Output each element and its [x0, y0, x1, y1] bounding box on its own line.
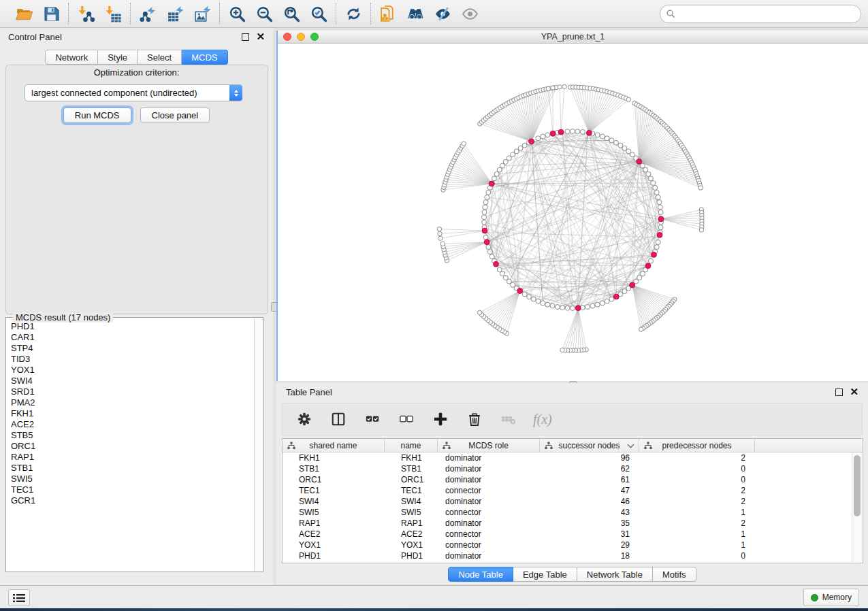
graph-node[interactable]	[605, 299, 609, 303]
graph-node[interactable]	[618, 143, 623, 148]
mcds-result-item[interactable]: ORC1	[11, 441, 255, 452]
graph-node[interactable]	[536, 299, 541, 303]
graph-mcds-node[interactable]	[494, 261, 499, 267]
graph-leaf-node[interactable]	[558, 85, 562, 89]
graph-node[interactable]	[658, 205, 662, 210]
graph-node[interactable]	[483, 205, 487, 210]
tab-network[interactable]: Network	[45, 50, 98, 65]
mcds-result-item[interactable]: SRD1	[11, 386, 255, 397]
graph-node[interactable]	[580, 129, 585, 134]
graph-node[interactable]	[560, 306, 565, 310]
table-row[interactable]: TEC1TEC1connector472	[283, 485, 863, 496]
graph-mcds-node[interactable]	[630, 282, 635, 288]
search-input[interactable]	[679, 8, 854, 20]
graph-node[interactable]	[497, 167, 502, 172]
tab-motifs[interactable]: Motifs	[653, 567, 696, 582]
show-all-button[interactable]	[460, 4, 479, 23]
graph-node[interactable]	[522, 143, 527, 148]
graph-node[interactable]	[622, 289, 627, 294]
mcds-result-list[interactable]: PHD1CAR1STP4TID3YOX1SWI4SRD1PMA2FKH1ACE2…	[7, 320, 255, 571]
graph-node[interactable]	[565, 129, 570, 134]
window-maximize-icon[interactable]	[310, 33, 319, 41]
table-row[interactable]: STB1STB1dominator620	[283, 463, 863, 474]
network-canvas[interactable]	[278, 44, 867, 381]
graph-leaf-node[interactable]	[462, 142, 466, 146]
graph-node[interactable]	[565, 306, 570, 310]
close-panel-icon[interactable]: ✕	[256, 33, 265, 40]
graph-node[interactable]	[545, 133, 550, 137]
import-table-button[interactable]	[103, 4, 123, 23]
graph-node[interactable]	[654, 190, 659, 195]
column-header-MCDS-role[interactable]: MCDS role	[438, 439, 540, 452]
graph-node[interactable]	[522, 292, 527, 297]
graph-mcds-node[interactable]	[517, 288, 523, 294]
graph-mcds-node[interactable]	[613, 294, 619, 299]
graph-leaf-node[interactable]	[437, 227, 441, 231]
graph-node[interactable]	[575, 129, 580, 134]
graph-leaf-node[interactable]	[699, 228, 703, 232]
mcds-result-item[interactable]: FKH1	[11, 408, 255, 419]
show-columns-button[interactable]	[329, 410, 348, 429]
mcds-result-item[interactable]: CAR1	[11, 332, 255, 343]
graph-node[interactable]	[658, 210, 663, 214]
mcds-result-item[interactable]: GCR1	[11, 495, 255, 506]
graph-mcds-node[interactable]	[550, 131, 556, 136]
graph-mcds-node[interactable]	[645, 263, 651, 269]
mcds-result-item[interactable]: TEC1	[11, 484, 255, 495]
graph-node[interactable]	[486, 190, 491, 195]
mcds-result-item[interactable]: ACE2	[11, 419, 255, 430]
mcds-result-item[interactable]: PMA2	[11, 397, 255, 408]
table-row[interactable]: PHD1PHD1dominator180	[283, 550, 863, 561]
mcds-result-item[interactable]: STB5	[11, 430, 255, 441]
zoom-in-button[interactable]	[227, 4, 246, 23]
table-row[interactable]: ACE2ACE2connector311	[283, 529, 863, 540]
graph-node[interactable]	[658, 225, 663, 230]
graph-node[interactable]	[500, 271, 505, 276]
graph-node[interactable]	[657, 200, 662, 205]
close-panel-button[interactable]: Close panel	[140, 108, 210, 123]
graph-node[interactable]	[494, 171, 499, 176]
graph-node[interactable]	[640, 163, 645, 168]
zoom-out-button[interactable]	[255, 4, 274, 23]
mcds-result-item[interactable]: SWI5	[11, 474, 255, 484]
tab-edge-table[interactable]: Edge Table	[513, 567, 577, 582]
mcds-result-item[interactable]: SWI4	[11, 376, 255, 386]
graph-node[interactable]	[483, 235, 488, 240]
graph-mcds-node[interactable]	[482, 228, 487, 233]
table-scrollbar[interactable]	[852, 452, 862, 562]
graph-node[interactable]	[605, 136, 609, 141]
clear-table-button[interactable]	[499, 410, 518, 429]
memory-button[interactable]: Memory	[803, 589, 859, 606]
export-table-button[interactable]	[165, 4, 184, 23]
graph-node[interactable]	[536, 136, 541, 141]
mcds-result-item[interactable]: STB1	[11, 463, 255, 474]
graph-node[interactable]	[656, 195, 660, 199]
tab-style[interactable]: Style	[98, 50, 138, 65]
graph-node[interactable]	[654, 245, 659, 250]
graph-node[interactable]	[656, 240, 660, 245]
graph-node[interactable]	[482, 210, 487, 214]
graph-node[interactable]	[550, 303, 555, 308]
graph-leaf-node[interactable]	[562, 84, 566, 88]
graph-node[interactable]	[497, 267, 502, 272]
graph-leaf-node[interactable]	[560, 348, 564, 352]
graph-node[interactable]	[648, 176, 653, 181]
tab-network-table[interactable]: Network Table	[577, 567, 653, 582]
graph-node[interactable]	[646, 171, 651, 176]
open-session-button[interactable]	[14, 4, 33, 23]
graph-node[interactable]	[482, 220, 487, 225]
graph-node[interactable]	[600, 134, 605, 139]
graph-leaf-node[interactable]	[546, 86, 550, 90]
column-header-predecessor-nodes[interactable]: predecessor nodes	[639, 439, 755, 452]
graph-node[interactable]	[600, 301, 605, 306]
graph-node[interactable]	[487, 250, 492, 254]
mcds-result-item[interactable]: STP4	[11, 343, 255, 354]
graph-node[interactable]	[482, 215, 487, 220]
graph-mcds-node[interactable]	[484, 240, 489, 245]
graph-node[interactable]	[595, 133, 600, 137]
import-network-button[interactable]	[76, 4, 95, 23]
column-header-shared-name[interactable]: shared name	[283, 439, 385, 452]
graph-node[interactable]	[609, 297, 614, 301]
graph-mcds-node[interactable]	[575, 306, 581, 311]
toolbar-search-box[interactable]	[660, 5, 861, 23]
